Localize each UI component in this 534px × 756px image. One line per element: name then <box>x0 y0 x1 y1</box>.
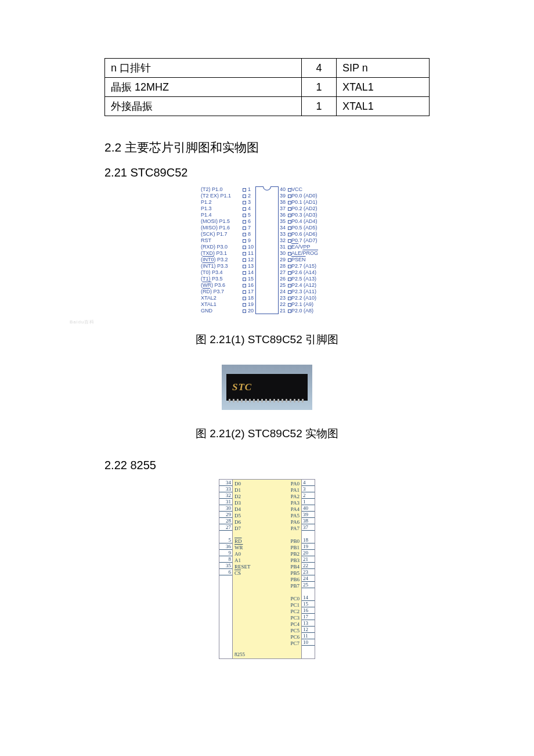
pin-label: A1 <box>234 557 241 564</box>
pin-number: 39 <box>302 512 315 518</box>
pin-number: 10 <box>248 244 254 250</box>
8255-chip-label: 8255 <box>234 651 245 658</box>
pin-number: 9 <box>248 237 254 244</box>
pin-number: 12 <box>248 257 254 263</box>
pin-label: (MOSI) P1.5 <box>201 218 243 225</box>
pin-label: PA3 <box>291 500 300 506</box>
pin-number: 40 <box>302 505 315 512</box>
pin-label: XTAL1 <box>201 301 243 308</box>
pin-label: (RD) P3.7 <box>201 289 243 295</box>
pin-label: P2.7 (A15) <box>291 263 333 269</box>
8255-pinout-diagram: 343332313029282753698356 8255 D0D1D2D3D4… <box>104 479 430 659</box>
pin-label: PB5 <box>290 570 300 577</box>
pin-number: 21 <box>280 308 286 314</box>
pin-number: 2 <box>248 193 254 199</box>
pin-number: 16 <box>302 607 315 614</box>
pin-label: (T2) P1.0 <box>201 186 243 193</box>
pin-number: 29 <box>280 257 286 263</box>
pin-label: (T0) P3.4 <box>201 269 243 276</box>
figure-2-21-1-caption: 图 2.21(1) STC89C52 引脚图 <box>104 332 430 347</box>
pin-number: 15 <box>302 601 315 607</box>
part-ref: SIP n <box>337 59 430 78</box>
table-row: 晶振 12MHZ1XTAL1 <box>105 78 430 97</box>
pin-number: 29 <box>219 512 232 518</box>
pin-number: 33 <box>219 486 232 492</box>
pin-number: 31 <box>280 244 286 250</box>
pin-number: 34 <box>280 225 286 231</box>
part-qty: 4 <box>302 59 337 78</box>
part-qty: 1 <box>302 97 337 116</box>
pin-number: 15 <box>248 276 254 282</box>
pin-label: PC1 <box>290 602 300 609</box>
pin-label: PB2 <box>290 551 300 557</box>
pin-label: ALE/PROG <box>291 250 333 257</box>
pin-number: 30 <box>280 250 286 257</box>
section-2-22-heading: 2.22 8255 <box>104 459 430 472</box>
stc89c52-pinout-diagram: (T2) P1.0(T2 EX) P1.1P1.2P1.3P1.4(MOSI) … <box>104 186 430 314</box>
pin-number: 23 <box>280 295 286 301</box>
pin-number: 38 <box>280 199 286 206</box>
pin-label: (WR) P3.6 <box>201 282 243 289</box>
pin-label: D3 <box>234 500 241 506</box>
pin-number: 20 <box>248 308 254 314</box>
pin-number: 37 <box>280 206 286 212</box>
part-ref: XTAL1 <box>337 78 430 97</box>
pin-number: 27 <box>280 269 286 276</box>
pin-number: 16 <box>248 282 254 289</box>
pin-number: 23 <box>302 569 315 575</box>
pin-label: P0.3 (AD3) <box>291 212 333 218</box>
pin-label: D6 <box>234 519 241 525</box>
pin-number: 34 <box>219 480 232 486</box>
pin-label: PC7 <box>290 640 300 647</box>
pin-label: D0 <box>234 481 241 487</box>
pin-label: P1.3 <box>201 206 243 212</box>
pin-label: P0.1 (AD1) <box>291 199 333 206</box>
pin-number: 14 <box>248 269 254 276</box>
pin-label: (RXD) P3.0 <box>201 244 243 250</box>
pin-number: 8 <box>219 556 232 563</box>
pin-number: 38 <box>302 518 315 524</box>
pin-label: D4 <box>234 506 241 513</box>
pin-label: P2.0 (A8) <box>291 308 333 314</box>
pin-label: GND <box>201 308 243 314</box>
pin-label: PA4 <box>291 506 300 513</box>
pin-number: 8 <box>248 231 254 237</box>
pin-number: 1 <box>302 499 315 505</box>
pin-label: PA5 <box>291 513 300 519</box>
pin-label: (SCK) P1.7 <box>201 231 243 237</box>
pin-number: 9 <box>219 550 232 556</box>
pin-number: 36 <box>219 543 232 550</box>
section-2-2-heading: 2.2 主要芯片引脚图和实物图 <box>104 139 430 156</box>
pin-label: P2.2 (A10) <box>291 295 333 301</box>
pin-number: 13 <box>302 620 315 627</box>
pin-label: PA0 <box>291 481 300 487</box>
pin-label: PB0 <box>290 538 300 545</box>
figure-2-21-2-caption: 图 2.21(2) STC89C52 实物图 <box>104 426 430 441</box>
pin-number: 17 <box>248 289 254 295</box>
pin-number: 3 <box>248 199 254 206</box>
pin-number: 2 <box>302 492 315 499</box>
pin-label: RESET <box>234 564 251 570</box>
pin-number: 33 <box>280 231 286 237</box>
pin-number: 4 <box>302 480 315 486</box>
pin-number: 11 <box>248 250 254 257</box>
pin-number: 3 <box>302 486 315 492</box>
pin-label: PC4 <box>290 621 300 628</box>
pin-label: (T1) P3.5 <box>201 276 243 282</box>
pin-number: 25 <box>280 282 286 289</box>
pin-label: D7 <box>234 525 241 532</box>
pin-number: 6 <box>219 569 232 575</box>
pin-label: RD <box>234 538 242 545</box>
part-qty: 1 <box>302 78 337 97</box>
pin-label: P1.2 <box>201 199 243 206</box>
document-page: n 口排针4SIP n晶振 12MHZ1XTAL1外接晶振1XTAL1 2.2 … <box>0 0 534 694</box>
chip-pins-icon <box>229 399 305 402</box>
pin-label: (MISO) P1.6 <box>201 225 243 231</box>
pin-number: 32 <box>280 237 286 244</box>
pin-number: 5 <box>248 212 254 218</box>
pin-number: 26 <box>280 276 286 282</box>
pin-number: 32 <box>219 492 232 499</box>
pin-label: WR <box>234 545 243 551</box>
pin-number: 24 <box>302 575 315 582</box>
pin-label: P0.0 (AD0) <box>291 193 333 199</box>
